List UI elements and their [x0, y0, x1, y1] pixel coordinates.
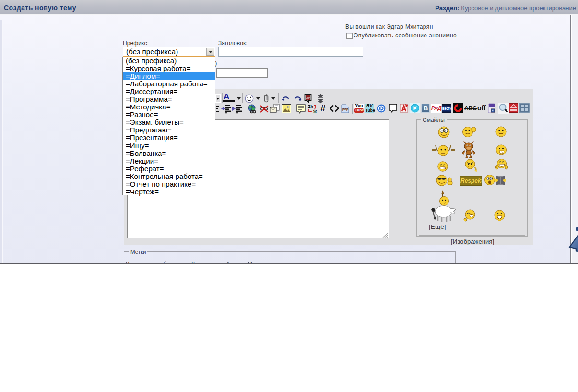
svg-text:ж: ж: [313, 109, 317, 114]
svg-text:php: php: [342, 107, 348, 111]
svg-text:Zh: Zh: [308, 104, 313, 109]
svg-text:Respekt: Respekt: [460, 178, 482, 184]
